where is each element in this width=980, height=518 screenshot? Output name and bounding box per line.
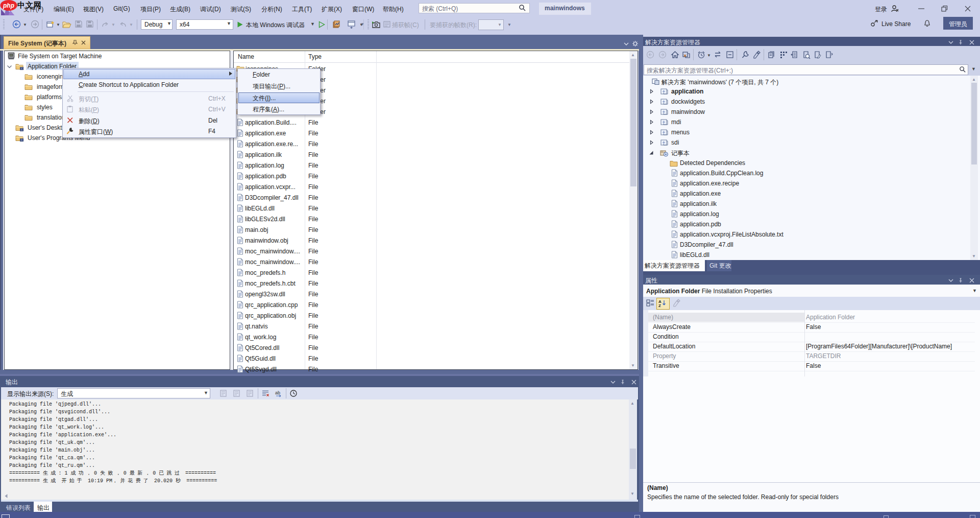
svg-text:php: php <box>3 2 14 9</box>
svg-text:中文网: 中文网 <box>17 1 42 9</box>
svg-text:Z: Z <box>658 303 661 308</box>
svg-text:ab: ab <box>275 390 280 395</box>
